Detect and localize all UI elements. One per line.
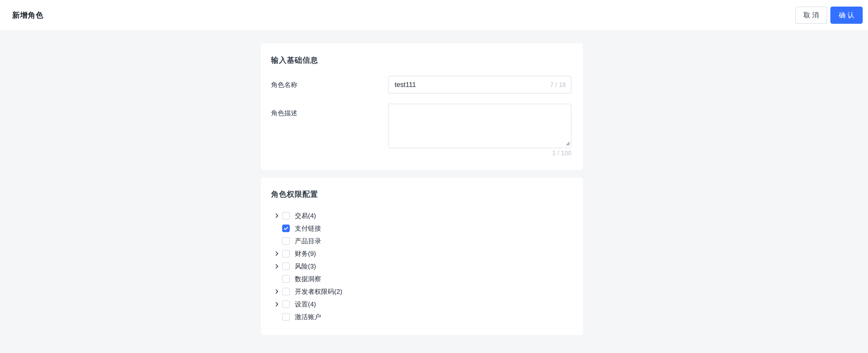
- permission-tree-label[interactable]: 设置(4): [295, 300, 316, 309]
- confirm-button[interactable]: 确 认: [830, 7, 863, 24]
- role-name-input[interactable]: [388, 76, 571, 94]
- permission-tree-row: 风险(3): [274, 260, 573, 272]
- permission-config-card: 角色权限配置 交易(4) 支付链接: [261, 177, 583, 335]
- chevron-right-icon[interactable]: [274, 213, 282, 218]
- add-role-page: 新增角色 取 消 确 认 输入基础信息 角色名称 7 / 18 角色描述: [0, 0, 868, 353]
- role-desc-textarea-wrap: [388, 104, 571, 148]
- permission-checkbox[interactable]: [282, 275, 290, 283]
- permission-tree-label[interactable]: 风险(3): [295, 262, 316, 271]
- permission-tree-label[interactable]: 财务(9): [295, 249, 316, 258]
- role-name-counter: 7 / 18: [550, 81, 566, 88]
- permission-tree-label[interactable]: 交易(4): [295, 211, 316, 220]
- permission-tree: 交易(4) 支付链接 产品目录: [271, 209, 573, 323]
- permission-checkbox[interactable]: [282, 262, 290, 270]
- permission-checkbox[interactable]: [282, 288, 290, 295]
- content-area: 输入基础信息 角色名称 7 / 18 角色描述: [0, 31, 868, 335]
- permission-checkbox[interactable]: [282, 237, 290, 245]
- permission-checkbox[interactable]: [282, 212, 290, 219]
- header-bar: 新增角色 取 消 确 认: [0, 0, 868, 31]
- permission-tree-row: 开发者权限码(2): [274, 285, 573, 298]
- role-desc-textarea[interactable]: [388, 104, 571, 148]
- checkmark-icon: [283, 226, 289, 231]
- permission-tree-label[interactable]: 支付链接: [295, 224, 321, 233]
- chevron-right-icon[interactable]: [274, 264, 282, 269]
- permission-tree-row: 交易(4): [274, 209, 573, 222]
- permission-tree-row: 设置(4): [274, 298, 573, 311]
- role-desc-row: 角色描述 1 / 100: [271, 104, 573, 157]
- cancel-button[interactable]: 取 消: [795, 7, 827, 24]
- page-title: 新增角色: [12, 10, 43, 21]
- header-actions: 取 消 确 认: [795, 7, 863, 24]
- permission-tree-row: 支付链接: [274, 222, 573, 235]
- permission-tree-row: 产品目录: [274, 235, 573, 247]
- permission-card-title: 角色权限配置: [271, 189, 573, 199]
- chevron-right-icon[interactable]: [274, 251, 282, 256]
- permission-tree-row: 财务(9): [274, 247, 573, 260]
- permission-tree-label[interactable]: 激活账户: [295, 313, 321, 321]
- resize-handle-icon[interactable]: [566, 141, 570, 146]
- role-name-label: 角色名称: [271, 80, 388, 89]
- role-name-row: 角色名称 7 / 18: [271, 76, 573, 94]
- chevron-right-icon[interactable]: [274, 289, 282, 294]
- role-desc-counter: 1 / 100: [388, 149, 571, 157]
- permission-checkbox[interactable]: [282, 300, 290, 308]
- permission-checkbox[interactable]: [282, 250, 290, 258]
- permission-tree-label[interactable]: 数据洞察: [295, 274, 321, 284]
- permission-tree-row: 数据洞察: [274, 272, 573, 285]
- permission-tree-label[interactable]: 产品目录: [295, 237, 321, 245]
- basic-info-card: 输入基础信息 角色名称 7 / 18 角色描述: [261, 43, 583, 170]
- permission-tree-label[interactable]: 开发者权限码(2): [295, 287, 342, 296]
- permission-tree-row: 激活账户: [274, 311, 573, 323]
- basic-info-card-title: 输入基础信息: [271, 55, 573, 65]
- permission-checkbox[interactable]: [282, 225, 290, 232]
- chevron-right-icon[interactable]: [274, 301, 282, 307]
- role-name-input-wrap: 7 / 18: [388, 76, 571, 94]
- permission-checkbox[interactable]: [282, 313, 290, 321]
- role-desc-label: 角色描述: [271, 104, 388, 118]
